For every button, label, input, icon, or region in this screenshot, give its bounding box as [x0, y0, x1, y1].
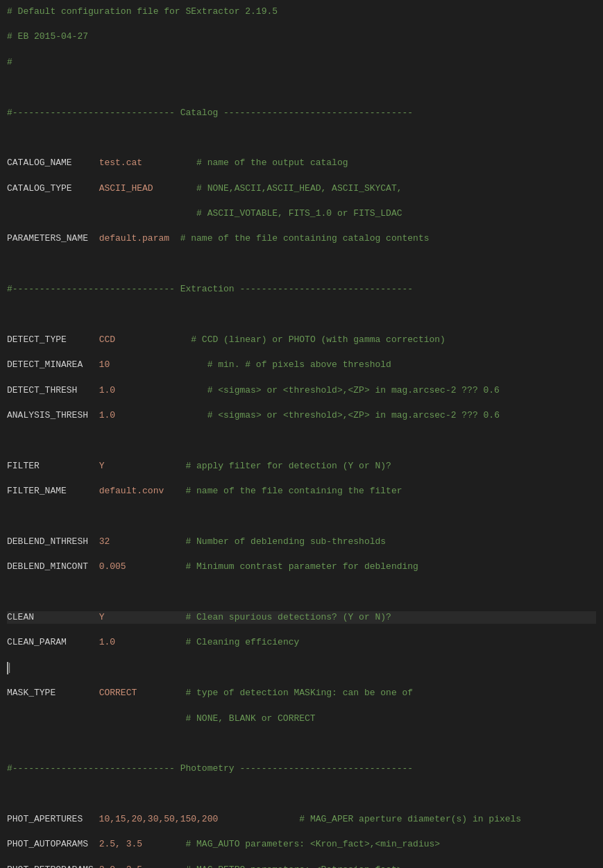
inline-comment: # type of detection MASKing: can be one …: [137, 688, 413, 698]
editor-line: [7, 511, 596, 523]
config-value: 32: [88, 536, 110, 547]
editor-line: [7, 586, 596, 599]
config-key: DETECT_MINAREA: [7, 359, 83, 370]
config-key: FILTER: [7, 461, 40, 471]
editor-line: DETECT_TYPE CCD # CCD (linear) or PHOTO …: [7, 334, 596, 346]
editor-line: DEBLEND_MINCONT 0.005 # Minimum contrast…: [7, 561, 596, 573]
editor-line: [7, 738, 596, 750]
config-value: 10: [83, 359, 110, 370]
editor-line: MASK_TYPE CORRECT # type of detection MA…: [7, 687, 596, 699]
editor-line: DETECT_THRESH 1.0 # <sigmas> or <thresho…: [7, 384, 596, 397]
config-key: PHOT_APERTURES: [7, 814, 83, 824]
config-value: CORRECT: [56, 688, 137, 698]
config-key: CLEAN: [7, 612, 34, 622]
config-key: CATALOG_NAME: [7, 158, 72, 168]
inline-comment: # Cleaning efficiency: [115, 637, 299, 647]
editor-line: # Default configuration file for SExtrac…: [7, 6, 596, 18]
editor-line: DEBLEND_NTHRESH 32 # Number of deblendin…: [7, 536, 596, 548]
inline-comment: # MAG_PETRO parameters: <Petrosian_fact>…: [142, 865, 407, 868]
editor-line: [7, 81, 596, 94]
config-key: PHOT_AUTOPARAMS: [7, 839, 88, 849]
editor-line: #------------------------------ Extracti…: [7, 283, 596, 296]
code-editor[interactable]: # Default configuration file for SExtrac…: [0, 0, 603, 868]
editor-line: │: [7, 662, 596, 674]
config-key: PHOT_PETROPARAMS: [7, 865, 94, 868]
editor-line: [7, 309, 596, 321]
config-value: default.param: [88, 233, 169, 244]
inline-comment: # MAG_APER aperture diameter(s) in pixel…: [218, 814, 521, 824]
editor-line: # EB 2015-04-27: [7, 31, 596, 43]
config-key: ANALYSIS_THRESH: [7, 410, 88, 420]
inline-comment: # name of the file containing the filter: [164, 486, 402, 496]
config-key: FILTER_NAME: [7, 486, 67, 496]
config-value: 0.005: [88, 561, 126, 572]
editor-line: #: [7, 56, 596, 69]
editor-line: ANALYSIS_THRESH 1.0 # <sigmas> or <thres…: [7, 409, 596, 422]
inline-comment: # <sigmas> or <threshold>,<ZP> in mag.ar…: [115, 385, 500, 395]
config-key: DEBLEND_NTHRESH: [7, 536, 88, 547]
inline-comment: # apply filter for detection (Y or N)?: [104, 461, 391, 471]
inline-comment: # min. # of pixels above threshold: [110, 359, 391, 370]
inline-comment: # name of the output catalog: [142, 158, 348, 168]
editor-line: FILTER Y # apply filter for detection (Y…: [7, 460, 596, 473]
editor-line: [7, 132, 596, 144]
inline-comment: # MAG_AUTO parameters: <Kron_fact>,<min_…: [142, 839, 440, 849]
inline-comment: # Clean spurious detections? (Y or N)?: [104, 612, 391, 622]
editor-line: [7, 788, 596, 801]
editor-line: PHOT_AUTOPARAMS 2.5, 3.5 # MAG_AUTO para…: [7, 838, 596, 851]
config-key: CLEAN_PARAM: [7, 637, 67, 647]
editor-line: CLEAN_PARAM 1.0 # Cleaning efficiency: [7, 636, 596, 649]
editor-line: CATALOG_NAME test.cat # name of the outp…: [7, 157, 596, 169]
config-value: 10,15,20,30,50,150,200: [83, 814, 218, 824]
config-value: Y: [40, 461, 105, 471]
config-key: CATALOG_TYPE: [7, 183, 72, 194]
config-value: CCD: [67, 334, 115, 345]
editor-line: CLEAN Y # Clean spurious detections? (Y …: [7, 611, 596, 624]
config-key: DETECT_THRESH: [7, 385, 77, 395]
editor-line: [7, 434, 596, 447]
config-key: PARAMETERS_NAME: [7, 233, 88, 244]
editor-line: PHOT_APERTURES 10,15,20,30,50,150,200 # …: [7, 813, 596, 826]
inline-comment: # Minimum contrast parameter for deblend…: [126, 561, 418, 572]
config-value: default.conv: [67, 486, 164, 496]
config-value: 1.0: [67, 637, 115, 647]
editor-line: #------------------------------ Catalog …: [7, 107, 596, 119]
inline-comment: # NONE,ASCII,ASCII_HEAD, ASCII_SKYCAT,: [153, 183, 402, 194]
config-key: DEBLEND_MINCONT: [7, 561, 88, 572]
editor-line: DETECT_MINAREA 10 # min. # of pixels abo…: [7, 359, 596, 371]
config-value: 1.0: [88, 410, 115, 420]
editor-line: #------------------------------ Photomet…: [7, 763, 596, 775]
inline-comment: # <sigmas> or <threshold>,<ZP> in mag.ar…: [115, 410, 500, 420]
config-value: 2.0, 3.5: [94, 865, 142, 868]
editor-line: [7, 258, 596, 271]
editor-line: FILTER_NAME default.conv # name of the f…: [7, 485, 596, 497]
inline-comment: # Number of deblending sub-thresholds: [110, 536, 386, 547]
config-key: DETECT_TYPE: [7, 334, 67, 345]
editor-line: # NONE, BLANK or CORRECT: [7, 713, 596, 725]
config-key: MASK_TYPE: [7, 688, 56, 698]
editor-line: # ASCII_VOTABLE, FITS_1.0 or FITS_LDAC: [7, 207, 596, 220]
config-value: 1.0: [77, 385, 115, 395]
config-value: Y: [34, 612, 104, 622]
editor-line: PARAMETERS_NAME default.param # name of …: [7, 232, 596, 245]
editor-line: CATALOG_TYPE ASCII_HEAD # NONE,ASCII,ASC…: [7, 182, 596, 195]
config-value: test.cat: [72, 158, 142, 168]
config-value: ASCII_HEAD: [72, 183, 153, 194]
config-value: 2.5, 3.5: [88, 839, 142, 849]
inline-comment: # name of the file containing catalog co…: [169, 233, 429, 244]
editor-line: PHOT_PETROPARAMS 2.0, 3.5 # MAG_PETRO pa…: [7, 864, 596, 868]
inline-comment: # CCD (linear) or PHOTO (with gamma corr…: [115, 334, 445, 345]
